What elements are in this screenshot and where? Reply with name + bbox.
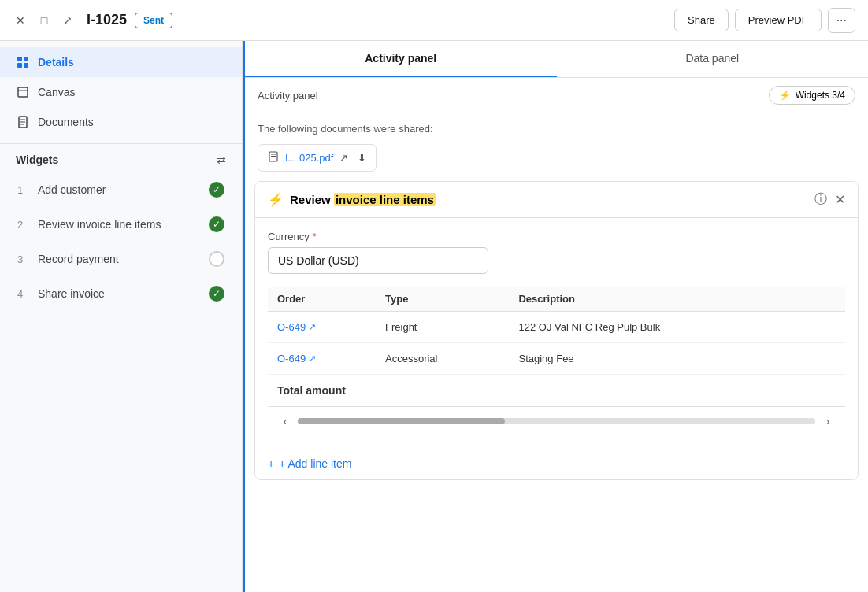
close-card-icon[interactable]: ✕ (835, 192, 845, 207)
total-amount-label: Total amount (268, 375, 845, 407)
widget-item-review-invoice[interactable]: 2 Review invoice line items ✓ (6, 207, 236, 242)
type-cell-1: Freight (376, 312, 509, 343)
currency-input[interactable] (268, 247, 488, 274)
sidebar-item-canvas-label: Canvas (38, 86, 75, 98)
bolt-icon: ⚡ (779, 90, 791, 101)
sidebar-item-canvas[interactable]: Canvas (0, 77, 242, 107)
scroll-left-arrow[interactable]: ‹ (277, 413, 293, 429)
widget-num-2: 2 (17, 219, 30, 231)
sidebar-item-details[interactable]: Details (0, 47, 242, 77)
widget-bolt-icon: ⚡ (268, 192, 284, 207)
share-button[interactable]: Share (674, 9, 729, 31)
info-icon[interactable]: ⓘ (814, 191, 827, 208)
widget-check-record-payment (209, 251, 224, 267)
svg-rect-4 (18, 87, 28, 97)
widget-card-header-icons: ⓘ ✕ (814, 191, 845, 208)
widget-num-4: 4 (17, 288, 30, 300)
activity-panel-label: Activity panel (258, 90, 318, 102)
sidebar-nav: Details Canvas (0, 41, 242, 144)
widget-check-review-invoice: ✓ (209, 216, 224, 232)
col-header-type: Type (376, 287, 509, 312)
widget-label-review-invoice: Review invoice line items (38, 218, 201, 231)
canvas-icon (16, 85, 30, 99)
minimize-icon[interactable]: □ (36, 13, 52, 28)
more-options-button[interactable]: ··· (828, 8, 855, 33)
description-cell-2: Staging Fee (509, 343, 810, 375)
widget-item-add-customer[interactable]: 1 Add customer ✓ (6, 172, 236, 207)
review-invoice-widget-card: ⚡ Review invoice line items ⓘ ✕ (254, 181, 859, 480)
pdf-filename: I... 025.pdf (285, 152, 333, 164)
order-cell: O-649 ↗ (268, 312, 376, 343)
invoice-id: I-1025 (87, 12, 127, 28)
preview-pdf-button[interactable]: Preview PDF (735, 9, 822, 31)
download-icon[interactable]: ⬇ (358, 152, 366, 164)
pdf-icon (268, 151, 279, 165)
tab-activity-panel[interactable]: Activity panel (245, 41, 557, 77)
widget-item-record-payment[interactable]: 3 Record payment (6, 242, 236, 276)
scroll-right-arrow[interactable]: › (820, 413, 836, 429)
external-link-icon[interactable]: ↗ (339, 152, 348, 164)
order-link-2[interactable]: O-649 ↗ (277, 353, 366, 364)
widget-label-record-payment: Record payment (38, 253, 201, 265)
description-cell-1: 122 OJ Val NFC Reg Pulp Bulk (509, 312, 810, 343)
widget-list: 1 Add customer ✓ 2 Review invoice line i… (0, 172, 242, 311)
col-header-extra (810, 287, 845, 312)
widget-num-1: 1 (17, 184, 30, 196)
widget-item-share-invoice[interactable]: 4 Share invoice ✓ (6, 276, 236, 311)
external-link-icon-2: ↗ (309, 353, 316, 364)
sidebar-item-details-label: Details (38, 56, 74, 68)
required-indicator: * (312, 231, 316, 242)
widget-label-add-customer: Add customer (38, 183, 201, 196)
topbar: ✕ □ ⤢ I-1025 Sent Share Preview PDF ··· (0, 0, 868, 41)
order-cell-2: O-649 ↗ (268, 343, 376, 375)
extra-cell-2 (810, 343, 845, 375)
sidebar: Details Canvas (0, 41, 243, 592)
table-row: O-649 ↗ Accessorial Staging Fee (268, 343, 845, 375)
horizontal-scroll-bar[interactable]: ‹ › (268, 406, 845, 435)
widget-card-body: Currency * Order Type Description (255, 218, 858, 448)
widget-num-3: 3 (17, 253, 30, 265)
window-controls: ✕ □ ⤢ (13, 13, 76, 28)
external-link-icon-1: ↗ (309, 322, 316, 332)
total-row: Total amount (268, 375, 845, 407)
right-panel: Activity panel Data panel Activity panel… (245, 41, 868, 592)
widgets-sort-button[interactable]: ⇄ (217, 154, 226, 166)
order-link-1[interactable]: O-649 ↗ (277, 321, 366, 333)
status-badge: Sent (135, 13, 172, 28)
col-header-order: Order (268, 287, 376, 312)
tab-data-panel[interactable]: Data panel (557, 41, 869, 77)
svg-rect-0 (17, 57, 22, 61)
main-layout: Details Canvas (0, 41, 868, 592)
type-cell-2: Accessorial (376, 343, 509, 375)
shared-documents-text: The following documents were shared: (245, 113, 868, 141)
app-window: ✕ □ ⤢ I-1025 Sent Share Preview PDF ··· (0, 0, 868, 592)
topbar-actions: Share Preview PDF ··· (674, 8, 855, 33)
close-icon[interactable]: ✕ (13, 13, 28, 28)
svg-rect-2 (17, 63, 22, 68)
line-items-table: Order Type Description (268, 287, 845, 406)
widget-card-header: ⚡ Review invoice line items ⓘ ✕ (255, 182, 858, 218)
widgets-counter-button[interactable]: ⚡ Widgets 3/4 (769, 86, 855, 105)
documents-icon (16, 115, 30, 129)
pdf-link[interactable]: I... 025.pdf ↗ ⬇ (258, 144, 377, 172)
add-line-item-button[interactable]: + + Add line item (255, 448, 858, 479)
activity-content[interactable]: Activity panel ⚡ Widgets 3/4 The followi… (245, 78, 868, 592)
grid-icon (16, 55, 30, 69)
widget-card-title: Review invoice line items (290, 193, 814, 206)
panel-tabs: Activity panel Data panel (245, 41, 868, 78)
sidebar-item-documents[interactable]: Documents (0, 107, 242, 137)
plus-icon: + (268, 457, 274, 470)
col-header-description: Description (509, 287, 810, 312)
currency-label: Currency * (268, 231, 845, 242)
sidebar-item-documents-label: Documents (38, 116, 94, 128)
widget-check-add-customer: ✓ (209, 182, 224, 198)
extra-cell-1 (810, 312, 845, 343)
table-row: O-649 ↗ Freight 122 OJ Val NFC Reg Pulp … (268, 312, 845, 343)
svg-rect-1 (24, 57, 28, 61)
scroll-track[interactable] (298, 418, 815, 424)
widget-check-share-invoice: ✓ (209, 286, 224, 302)
expand-icon[interactable]: ⤢ (60, 13, 76, 28)
widget-label-share-invoice: Share invoice (38, 287, 201, 300)
scroll-thumb[interactable] (298, 418, 505, 424)
widgets-header: Widgets ⇄ (0, 144, 242, 172)
